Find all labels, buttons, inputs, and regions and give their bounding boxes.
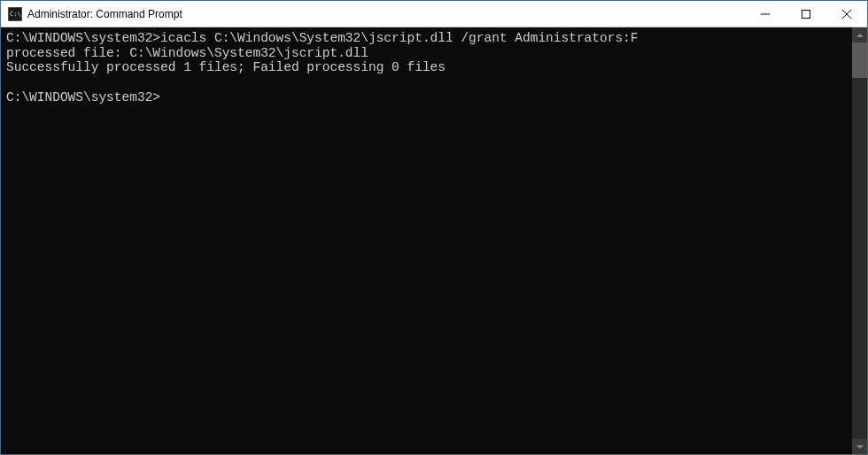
console-area: C:\WINDOWS\system32>icacls C:\Windows\Sy… bbox=[1, 27, 867, 454]
scroll-up-button[interactable] bbox=[852, 27, 867, 42]
window-controls bbox=[745, 1, 867, 27]
maximize-button[interactable] bbox=[786, 1, 826, 27]
console-line: Successfully processed 1 files; Failed p… bbox=[6, 60, 847, 75]
command-prompt-window: C:\ Administrator: Command Prompt C:\WIN… bbox=[0, 0, 868, 455]
console-line bbox=[6, 75, 847, 90]
console-line: processed file: C:\Windows\System32\jscr… bbox=[6, 46, 847, 61]
titlebar-left: C:\ Administrator: Command Prompt bbox=[1, 7, 182, 21]
scroll-down-button[interactable] bbox=[852, 439, 867, 454]
close-button[interactable] bbox=[826, 1, 867, 27]
cmd-icon: C:\ bbox=[8, 7, 22, 21]
vertical-scrollbar[interactable] bbox=[852, 27, 867, 454]
svg-rect-3 bbox=[802, 10, 810, 18]
titlebar[interactable]: C:\ Administrator: Command Prompt bbox=[1, 1, 867, 27]
console-line: C:\WINDOWS\system32>icacls C:\Windows\Sy… bbox=[6, 31, 847, 46]
minimize-button[interactable] bbox=[745, 1, 786, 27]
svg-text:C:\: C:\ bbox=[10, 11, 21, 18]
console-line: C:\WINDOWS\system32> bbox=[6, 90, 847, 105]
scroll-thumb[interactable] bbox=[852, 42, 867, 78]
console-output[interactable]: C:\WINDOWS\system32>icacls C:\Windows\Sy… bbox=[1, 27, 852, 454]
window-title: Administrator: Command Prompt bbox=[27, 8, 182, 20]
